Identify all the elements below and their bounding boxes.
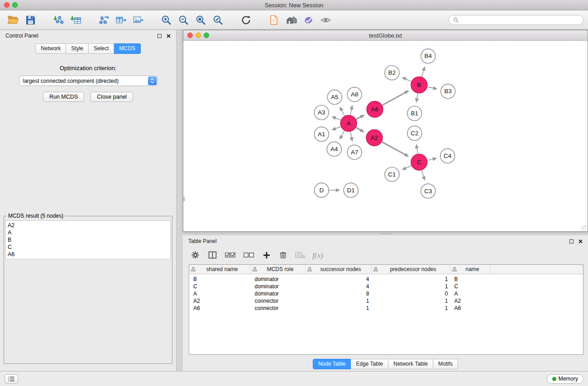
svg-text:A: A bbox=[347, 120, 351, 127]
table-close-panel-icon[interactable] bbox=[578, 239, 583, 243]
add-button[interactable] bbox=[262, 251, 271, 261]
mcds-result-item[interactable]: A2 bbox=[8, 222, 168, 229]
style-button[interactable] bbox=[300, 13, 317, 27]
graph-node-A6[interactable]: A6 bbox=[367, 101, 383, 118]
cell-mcds_role: connector bbox=[251, 297, 306, 305]
close-panel-icon[interactable] bbox=[167, 34, 171, 38]
graph-node-B3[interactable]: B3 bbox=[441, 84, 455, 99]
table-row[interactable]: Bdominator41B bbox=[189, 274, 583, 283]
eye-icon bbox=[320, 14, 331, 26]
graph-node-A3[interactable]: A3 bbox=[314, 105, 329, 120]
network-close-button[interactable] bbox=[187, 33, 193, 38]
refresh-button[interactable] bbox=[237, 13, 254, 27]
column-header-shared-name[interactable]: shared name bbox=[189, 265, 251, 274]
graph-node-C3[interactable]: C3 bbox=[421, 184, 435, 198]
select-checked-button[interactable] bbox=[225, 252, 236, 260]
home-icon bbox=[286, 14, 297, 26]
tab-mcds[interactable]: MCDS bbox=[114, 43, 140, 54]
resize-grip[interactable] bbox=[581, 225, 587, 231]
zoom-out-button[interactable] bbox=[175, 13, 192, 27]
trash-button[interactable] bbox=[279, 251, 287, 261]
graph-node-B[interactable]: B bbox=[411, 77, 427, 93]
graph-node-C2[interactable]: C2 bbox=[407, 126, 422, 141]
column-header-predecessor-nodes[interactable]: predecessor nodes bbox=[372, 265, 450, 274]
graph-node-B4[interactable]: B4 bbox=[421, 49, 435, 63]
graph-node-A5[interactable]: A5 bbox=[327, 90, 342, 105]
tab-node-table[interactable]: Node Table bbox=[313, 359, 351, 369]
tab-network[interactable]: Network bbox=[35, 43, 66, 54]
tab-select[interactable]: Select bbox=[89, 43, 114, 54]
export-image-icon bbox=[133, 14, 144, 26]
save-session-button[interactable] bbox=[22, 13, 39, 27]
column-header-successor-nodes[interactable]: successor nodes bbox=[306, 265, 372, 274]
tab-style[interactable]: Style bbox=[66, 43, 89, 54]
export-network-button[interactable] bbox=[95, 13, 112, 27]
tab-network-table[interactable]: Network Table bbox=[388, 359, 433, 369]
graph-node-A4[interactable]: A4 bbox=[327, 142, 341, 156]
graph-node-B2[interactable]: B2 bbox=[385, 66, 399, 80]
open-session-button[interactable] bbox=[5, 13, 22, 27]
cell-mcds_role: connector bbox=[251, 305, 306, 312]
table-float-panel-icon[interactable] bbox=[569, 239, 574, 243]
table-toolbar: f(x) bbox=[183, 247, 588, 264]
svg-text:A7: A7 bbox=[351, 149, 358, 156]
home-button[interactable] bbox=[282, 13, 300, 27]
graph-node-A1[interactable]: A1 bbox=[314, 127, 329, 142]
graph-node-D[interactable]: D bbox=[314, 183, 329, 197]
close-panel-button[interactable]: Close panel bbox=[91, 92, 133, 102]
table-row[interactable]: A6connector11A6 bbox=[189, 305, 583, 312]
panel-splitter[interactable] bbox=[183, 232, 588, 235]
table-panel: Table Panel f(x) shared nameMCDS rolesuc… bbox=[183, 235, 588, 371]
export-web-button[interactable] bbox=[265, 13, 282, 27]
task-history-button[interactable] bbox=[5, 374, 18, 384]
export-image-button[interactable] bbox=[129, 13, 147, 27]
close-window-button[interactable] bbox=[4, 2, 10, 8]
mcds-result-item[interactable]: C bbox=[8, 243, 168, 251]
eye-button[interactable] bbox=[317, 13, 334, 27]
graph-node-A8[interactable]: A8 bbox=[347, 87, 362, 102]
zoom-selected-button[interactable] bbox=[209, 13, 226, 27]
columns-button[interactable] bbox=[208, 250, 217, 261]
mcds-result-item[interactable]: B bbox=[8, 236, 168, 243]
network-canvas[interactable]: B4B2BB3A5A8A6A3B1AC2A1A2A4A7C4CC1C3DD1 bbox=[183, 41, 588, 231]
float-panel-icon[interactable] bbox=[158, 34, 162, 38]
graph-node-C1[interactable]: C1 bbox=[385, 167, 399, 181]
tab-motifs[interactable]: Motifs bbox=[433, 359, 458, 369]
table-row[interactable]: Adominator80A bbox=[189, 290, 583, 297]
search-input[interactable] bbox=[461, 16, 579, 24]
mcds-result-item[interactable]: A6 bbox=[8, 251, 168, 258]
graph-node-A2[interactable]: A2 bbox=[366, 130, 382, 146]
zoom-fit-button[interactable] bbox=[192, 13, 209, 27]
network-zoom-button[interactable] bbox=[204, 33, 209, 38]
svg-text:C1: C1 bbox=[388, 171, 396, 178]
graph-node-C4[interactable]: C4 bbox=[440, 148, 455, 163]
zoom-in-button[interactable] bbox=[158, 13, 175, 27]
zoom-window-button[interactable] bbox=[12, 2, 18, 8]
export-table-button[interactable] bbox=[112, 13, 129, 27]
import-table-button[interactable] bbox=[67, 13, 84, 27]
network-window-controls bbox=[187, 33, 209, 38]
trash-icon bbox=[279, 251, 287, 261]
svg-text:B4: B4 bbox=[425, 52, 432, 59]
tab-edge-table[interactable]: Edge Table bbox=[351, 359, 388, 369]
gear-button[interactable] bbox=[191, 250, 200, 261]
graph-node-A7[interactable]: A7 bbox=[347, 145, 362, 159]
graph-node-B1[interactable]: B1 bbox=[407, 106, 422, 121]
graph-node-A[interactable]: A bbox=[340, 115, 357, 132]
column-header-name[interactable]: name bbox=[450, 265, 490, 274]
import-network-button[interactable] bbox=[50, 13, 67, 27]
table-row[interactable]: Cdominator41C bbox=[189, 283, 583, 290]
graph-edge bbox=[356, 128, 364, 132]
memory-button[interactable]: Memory bbox=[547, 374, 583, 384]
optimization-criterion-dropdown[interactable]: largest connected component (directed) bbox=[19, 76, 158, 86]
select-unchecked-button[interactable] bbox=[244, 252, 254, 260]
cell-successor_nodes: 4 bbox=[306, 283, 372, 290]
run-mcds-button[interactable]: Run MCDS bbox=[43, 92, 84, 102]
network-minimize-button[interactable] bbox=[196, 33, 201, 38]
graph-node-D1[interactable]: D1 bbox=[344, 183, 358, 197]
graph-node-C[interactable]: C bbox=[411, 154, 427, 170]
mcds-result-item[interactable]: A bbox=[8, 229, 168, 236]
search-box[interactable] bbox=[449, 15, 583, 25]
column-header-mcds-role[interactable]: MCDS role bbox=[251, 265, 306, 274]
table-row[interactable]: A2connector11A2 bbox=[189, 297, 583, 305]
